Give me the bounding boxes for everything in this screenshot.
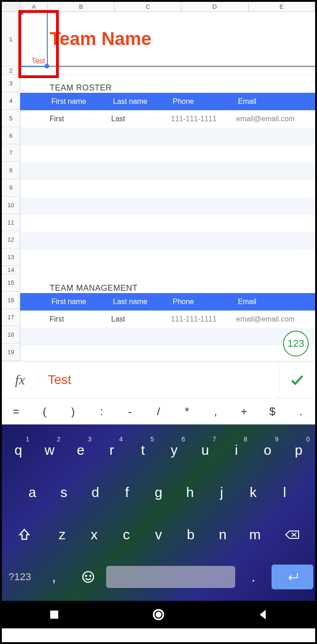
row-header[interactable]: 7 [2, 144, 20, 162]
row-header[interactable]: 14 [2, 266, 20, 274]
letter-key[interactable]: u7 [191, 434, 220, 467]
column-header[interactable]: E [249, 2, 316, 11]
row-header[interactable]: 16 [2, 292, 20, 309]
symbol-key[interactable]: $ [258, 405, 287, 418]
home-icon[interactable] [152, 608, 165, 621]
symbol-key[interactable]: - [116, 405, 144, 418]
space-key[interactable] [106, 566, 235, 588]
table-row[interactable] [20, 198, 315, 215]
row-header[interactable]: 3 [2, 75, 20, 92]
enter-key[interactable] [272, 565, 313, 589]
row-header[interactable]: 18 [2, 326, 20, 344]
shift-key[interactable] [4, 518, 45, 551]
letter-key[interactable]: e3 [66, 434, 96, 467]
table-row[interactable] [20, 145, 315, 163]
back-icon[interactable] [256, 608, 269, 621]
row-header[interactable]: 5 [2, 110, 20, 127]
row-header[interactable]: 1 [2, 12, 20, 67]
letter-key[interactable]: t5 [128, 434, 158, 467]
table-row[interactable] [20, 163, 315, 180]
spreadsheet-grid[interactable]: Test Team Name TEAM ROSTER First name La… [20, 12, 315, 361]
symbol-key[interactable]: / [144, 405, 173, 418]
table-row[interactable] [20, 345, 315, 363]
symbol-key[interactable]: . [287, 405, 315, 418]
row-header[interactable]: 6 [2, 127, 20, 145]
selected-cell[interactable]: Test [20, 12, 48, 67]
formula-input[interactable] [39, 373, 278, 387]
select-all-corner[interactable] [2, 2, 20, 11]
column-header[interactable]: C [115, 2, 182, 11]
backspace-key[interactable] [272, 518, 313, 551]
letter-key[interactable]: b [175, 518, 206, 551]
letter-key[interactable]: r4 [97, 434, 126, 467]
table-row[interactable]: First Last 111-111-1111 email@email.com [20, 110, 315, 128]
backspace-icon [285, 528, 300, 541]
letter-key[interactable]: z [47, 518, 77, 551]
row-header[interactable]: 4 [2, 92, 20, 110]
letter-key[interactable]: k [238, 476, 268, 509]
numeric-keyboard-button[interactable]: 123 [283, 331, 309, 356]
row-header[interactable]: 13 [2, 249, 20, 266]
column-header[interactable]: B [48, 2, 115, 11]
row-14[interactable] [20, 267, 315, 276]
letter-key[interactable]: x [79, 518, 109, 551]
table-row[interactable] [20, 180, 315, 198]
table-row[interactable] [20, 215, 315, 232]
symbol-key[interactable]: ( [30, 405, 59, 418]
selection-handle-icon[interactable] [19, 11, 23, 15]
confirm-button[interactable] [278, 362, 315, 398]
row-header[interactable]: 2 [2, 67, 20, 75]
row-header[interactable]: 10 [2, 197, 20, 214]
symbol-key[interactable]: ) [59, 405, 87, 418]
symbol-key[interactable]: , [201, 405, 230, 418]
letter-key[interactable]: a [17, 476, 47, 509]
cell-phone: 111-111-1111 [169, 115, 234, 123]
table-row[interactable] [20, 128, 315, 145]
letter-key[interactable]: y6 [159, 434, 189, 467]
letter-key[interactable]: j [207, 476, 237, 509]
letter-key[interactable]: p0 [284, 434, 313, 467]
fx-icon[interactable]: fx [2, 372, 39, 388]
symbol-key[interactable]: : [87, 405, 116, 418]
table-row[interactable]: First Last 111-111-1111 email@email.com [20, 311, 315, 328]
cell-email: email@email.com [234, 115, 315, 123]
letter-key[interactable]: q1 [4, 434, 33, 467]
letter-key[interactable]: g [144, 476, 174, 509]
row-header[interactable]: 12 [2, 231, 20, 249]
letter-key[interactable]: o9 [253, 434, 282, 467]
row-header[interactable]: 19 [2, 344, 20, 361]
letter-key[interactable]: s [49, 476, 79, 509]
letter-key[interactable]: n [208, 518, 238, 551]
symbols-toggle-key[interactable]: ?123 [4, 560, 36, 593]
emoji-key[interactable] [72, 560, 104, 593]
letter-key[interactable]: l [270, 476, 300, 509]
column-header[interactable]: A [20, 2, 48, 11]
comma-key[interactable]: , [38, 560, 70, 593]
symbol-key[interactable]: * [173, 405, 201, 418]
table-row[interactable] [20, 328, 315, 345]
letter-key[interactable]: w2 [35, 434, 64, 467]
row-1[interactable]: Test Team Name [20, 12, 315, 67]
letter-key[interactable]: h [175, 476, 205, 509]
letter-key[interactable]: f [112, 476, 142, 509]
row-header[interactable]: 9 [2, 179, 20, 197]
cell-last: Last [109, 115, 169, 123]
period-key[interactable]: . [237, 560, 269, 593]
letter-key[interactable]: i8 [222, 434, 251, 467]
letter-key[interactable]: v [143, 518, 174, 551]
column-header[interactable]: D [181, 2, 249, 11]
letter-key[interactable]: d [80, 476, 110, 509]
row-header[interactable]: 8 [2, 162, 20, 179]
row-header[interactable]: 17 [2, 309, 20, 327]
table-row[interactable] [20, 232, 315, 250]
selection-handle-icon[interactable] [45, 64, 49, 68]
letter-key[interactable]: m [240, 518, 270, 551]
recents-icon[interactable] [48, 608, 61, 621]
row-header[interactable]: 15 [2, 274, 20, 292]
letter-key[interactable]: c [111, 518, 142, 551]
symbol-key[interactable]: + [230, 405, 258, 418]
row-2[interactable] [20, 67, 315, 75]
table-row[interactable] [20, 250, 315, 267]
symbol-key[interactable]: = [2, 405, 30, 418]
row-header[interactable]: 11 [2, 214, 20, 232]
